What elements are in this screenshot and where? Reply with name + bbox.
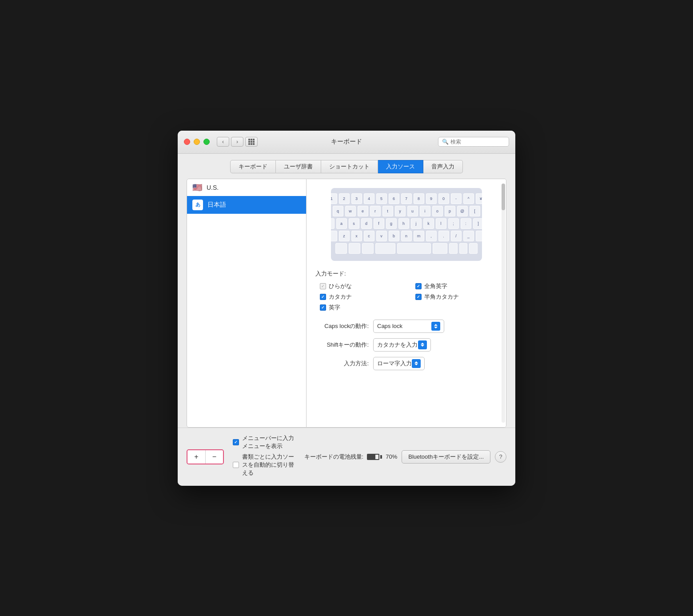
tab-user-dict[interactable]: ユーザ辞書 (276, 160, 321, 173)
kb-key-bracket-close: ] (473, 218, 484, 229)
kb-space-bar (397, 243, 431, 254)
search-box[interactable]: 🔍 (438, 137, 509, 147)
checkbox-show-menu[interactable] (233, 439, 239, 445)
search-input[interactable] (450, 139, 505, 145)
kb-arrow-key (459, 243, 468, 254)
grid-icon (248, 139, 255, 145)
kb-key-a: a (336, 218, 347, 229)
tab-input-source[interactable]: 入力ソース (378, 160, 423, 173)
kb-key-4: 4 (364, 193, 374, 204)
kb-key-special-1 (307, 193, 325, 204)
sidebar-item-us[interactable]: 🇺🇸 U.S. (187, 179, 306, 196)
kb-key-3: 3 (351, 193, 362, 204)
kb-key-5: 5 (376, 193, 387, 204)
kb-key-semicolon: ; (448, 218, 459, 229)
arrow-down-icon (434, 327, 438, 328)
kb-opt-key (362, 243, 374, 254)
battery-label: キーボードの電池残量: (304, 453, 364, 461)
tab-shortcuts[interactable]: ショートカット (321, 160, 378, 173)
bluetooth-button[interactable]: Bluetoothキーボードを設定... (402, 450, 490, 464)
remove-source-button[interactable]: − (205, 450, 223, 464)
minimize-button[interactable] (194, 139, 200, 145)
maximize-button[interactable] (203, 139, 210, 145)
kb-key-2: 2 (339, 193, 350, 204)
shift-key-dropdown[interactable]: カタカナを入力 (373, 338, 431, 352)
bottom-checkboxes: メニューバーに入力メニューを表示 書類ごとに入力ソースを自動的に切り替える (224, 434, 304, 480)
checkbox-eiji[interactable] (320, 304, 326, 311)
keyboard-row-2: a s d f g h j k l ; : ] (335, 218, 478, 229)
input-method-dropdown[interactable]: ローマ字入力 (373, 357, 425, 370)
kb-key-bracket-open: [ (470, 206, 480, 216)
input-arrow-down-icon (414, 364, 418, 365)
add-source-button[interactable]: + (187, 450, 205, 464)
kb-fn-key (335, 243, 347, 254)
scrollbar-thumb[interactable] (502, 184, 505, 210)
japanese-badge-icon: あ (192, 200, 203, 210)
titlebar: ‹ › キーボード 🔍 (178, 131, 515, 154)
battery-icon (367, 454, 382, 460)
tab-keyboard[interactable]: キーボード (230, 160, 276, 173)
label-hiragana: ひらがな (329, 282, 352, 290)
sidebar-item-japanese[interactable]: あ 日本語 (187, 196, 306, 214)
kb-key-caps (310, 218, 335, 229)
caps-lock-dropdown[interactable]: Caps lock (373, 320, 444, 333)
checkbox-katakana[interactable] (320, 294, 326, 300)
input-mode-section: 入力モード: ひらがな 全角英字 カタカナ (315, 270, 497, 312)
kb-key-w: w (345, 206, 356, 216)
kb-cmd-r-key (433, 243, 448, 254)
back-button[interactable]: ‹ (217, 137, 229, 147)
input-arrow-up-icon (414, 361, 418, 363)
caps-lock-value: Caps lock (377, 323, 402, 329)
help-button[interactable]: ? (495, 451, 506, 463)
kb-key-p: p (445, 206, 455, 216)
keyboard-row-3: z x c v b n m , . / _ (335, 231, 478, 241)
kb-key-1: 1 (327, 193, 337, 204)
window-title: キーボード (331, 138, 362, 146)
kb-key-m: m (414, 231, 424, 241)
kb-key-d: d (361, 218, 372, 229)
input-method-label: 入力方法: (315, 360, 369, 368)
search-icon: 🔍 (442, 139, 449, 145)
checkbox-auto-switch[interactable] (233, 462, 239, 468)
checkboxes-grid: ひらがな 全角英字 カタカナ 半角カタカナ (315, 282, 497, 312)
shift-key-label: Shiftキーの動作: (315, 341, 369, 349)
close-button[interactable] (184, 139, 190, 145)
kb-key-c: c (364, 231, 374, 241)
checkbox-hiragana[interactable] (320, 283, 326, 289)
checkbox-hankaku[interactable] (415, 294, 422, 300)
label-eiji: 英字 (329, 304, 340, 312)
grid-view-button[interactable] (245, 137, 258, 147)
kb-key-x: x (351, 231, 362, 241)
main-panel: 1 2 3 4 5 6 7 8 9 0 - ^ ¥ q (307, 179, 506, 428)
checkbox-item-eiji: 英字 (320, 304, 402, 312)
shift-arrow-up-icon (421, 343, 424, 344)
keyboard-visual: 1 2 3 4 5 6 7 8 9 0 - ^ ¥ q (331, 188, 482, 261)
label-katakana: カタカナ (329, 293, 352, 301)
label-zenkaku: 全角英字 (424, 282, 447, 290)
kb-key-j: j (411, 218, 422, 229)
shift-key-dropdown-arrow (418, 340, 427, 349)
forward-button[interactable]: › (231, 137, 243, 147)
kb-key-7: 7 (401, 193, 412, 204)
tab-voice-input[interactable]: 音声入力 (423, 160, 463, 173)
keyboard-row-4 (335, 243, 478, 254)
kb-key-minus: - (451, 193, 462, 204)
input-method-row: 入力方法: ローマ字入力 (315, 357, 497, 370)
kb-key-slash: / (451, 231, 462, 241)
input-method-dropdown-arrow (412, 359, 421, 368)
battery-percent: 70% (386, 453, 397, 460)
kb-key-underscore: _ (463, 231, 474, 241)
kb-key-yen: ¥ (476, 193, 486, 204)
kb-key-period: . (438, 231, 449, 241)
arrow-up-icon (434, 324, 438, 326)
traffic-lights (184, 139, 210, 145)
checkbox-item-show-menu: メニューバーに入力メニューを表示 (233, 434, 295, 450)
shift-key-row: Shiftキーの動作: カタカナを入力 (315, 338, 497, 352)
kb-key-e: e (358, 206, 368, 216)
content-area: 🇺🇸 U.S. あ 日本語 1 2 3 4 5 6 7 (178, 179, 515, 428)
checkbox-zenkaku[interactable] (415, 283, 422, 289)
kb-key-q: q (333, 206, 343, 216)
kb-key-shift-r (476, 231, 498, 241)
kb-key-k: k (423, 218, 434, 229)
kb-key-u: u (407, 206, 418, 216)
